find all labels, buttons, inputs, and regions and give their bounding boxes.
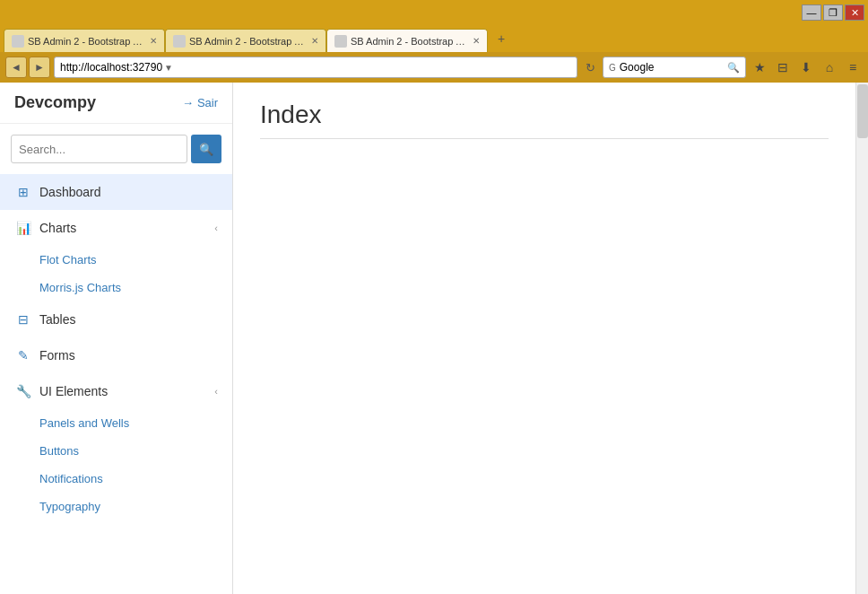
menu-icon[interactable]: ≡ (843, 57, 863, 77)
minimize-button[interactable]: — (802, 4, 821, 21)
download-icon[interactable]: ⬇ (796, 57, 816, 77)
sair-icon: → (182, 96, 194, 109)
sidebar-item-flot-charts[interactable]: Flot Charts (0, 246, 232, 274)
tab-title-3: SB Admin 2 - Bootstrap Ad... (351, 36, 469, 47)
panels-label: Panels and Wells (39, 416, 129, 430)
tab-close-2[interactable]: ✕ (311, 36, 318, 46)
window-controls: — ❐ ✕ (802, 4, 864, 21)
sidebar-item-label-ui-elements: UI Elements (39, 384, 214, 398)
page-divider (260, 138, 829, 139)
tabs-bar: SB Admin 2 - Bootstrap Ad... ✕ SB Admin … (0, 25, 868, 52)
url-text: http://localhost:32790 (60, 61, 162, 74)
restore-button[interactable]: ❐ (823, 4, 843, 21)
sidebar-header: Devcompy → Sair (0, 83, 232, 124)
search-input[interactable] (11, 135, 187, 163)
sidebar-item-charts[interactable]: 📊 Charts ‹ (0, 210, 232, 246)
toolbar-icons: ★ ⊟ ⬇ ⌂ ≡ (750, 57, 863, 77)
search-go-icon[interactable]: 🔍 (727, 62, 740, 74)
bookmark-icon[interactable]: ⊟ (773, 57, 793, 77)
sidebar-item-label-forms: Forms (39, 348, 218, 363)
nav-buttons: ◄ ► (5, 57, 50, 78)
forms-icon: ✎ (14, 346, 32, 364)
browser-tab-3[interactable]: SB Admin 2 - Bootstrap Ad... ✕ (326, 29, 488, 52)
home-icon[interactable]: ⌂ (820, 57, 839, 77)
sidebar-item-panels[interactable]: Panels and Wells (0, 409, 232, 437)
dashboard-icon: ⊞ (14, 183, 32, 201)
morris-charts-label: Morris.js Charts (39, 281, 121, 294)
charts-arrow-icon: ‹ (214, 223, 218, 233)
charts-icon: 📊 (14, 219, 32, 237)
google-icon: G (609, 63, 616, 73)
search-placeholder: Google (620, 61, 655, 74)
flot-charts-label: Flot Charts (39, 253, 97, 266)
sidebar-item-tables[interactable]: ⊟ Tables (0, 301, 232, 337)
main-content: Index (233, 83, 855, 594)
sidebar-item-typography[interactable]: Typography (0, 493, 232, 520)
brand-name: Devcompy (14, 93, 96, 112)
sidebar-nav: ⊞ Dashboard 📊 Charts ‹ Flot Charts Morri… (0, 174, 232, 520)
sidebar-item-buttons[interactable]: Buttons (0, 437, 232, 465)
tab-favicon-2 (173, 35, 186, 48)
browser-tab-1[interactable]: SB Admin 2 - Bootstrap Ad... ✕ (4, 29, 165, 52)
title-bar: — ❐ ✕ (0, 0, 868, 25)
forward-button[interactable]: ► (29, 57, 50, 78)
search-container: 🔍 (0, 124, 232, 174)
sidebar-item-morris-charts[interactable]: Morris.js Charts (0, 274, 232, 301)
tab-title-2: SB Admin 2 - Bootstrap Ad... (189, 36, 308, 47)
sidebar-item-label-tables: Tables (39, 312, 218, 327)
browser-window: — ❐ ✕ SB Admin 2 - Bootstrap Ad... ✕ SB … (0, 0, 868, 83)
back-button[interactable]: ◄ (5, 57, 27, 78)
notifications-label: Notifications (39, 472, 103, 485)
sair-link[interactable]: → Sair (182, 96, 218, 109)
sidebar-item-forms[interactable]: ✎ Forms (0, 337, 232, 373)
tab-title-1: SB Admin 2 - Bootstrap Ad... (28, 36, 146, 47)
buttons-label: Buttons (39, 444, 79, 458)
tables-icon: ⊟ (14, 310, 32, 328)
refresh-button[interactable]: ↻ (581, 58, 599, 76)
tab-close-3[interactable]: ✕ (473, 36, 480, 46)
ui-elements-arrow-icon: ‹ (214, 386, 218, 397)
tab-favicon-1 (12, 35, 24, 48)
sidebar-item-label-dashboard: Dashboard (39, 185, 218, 199)
url-field[interactable]: http://localhost:32790 ▼ (54, 57, 577, 78)
search-button[interactable]: 🔍 (191, 135, 221, 163)
app-container: Devcompy → Sair 🔍 ⊞ Dashboard 📊 Charts (0, 83, 868, 594)
sidebar: Devcompy → Sair 🔍 ⊞ Dashboard 📊 Charts (0, 83, 233, 594)
scrollbar-track[interactable] (855, 83, 868, 594)
sair-label: Sair (197, 96, 218, 109)
sidebar-item-label-charts: Charts (39, 221, 214, 235)
close-button[interactable]: ✕ (845, 4, 864, 21)
browser-tab-2[interactable]: SB Admin 2 - Bootstrap Ad... ✕ (165, 29, 326, 52)
sidebar-item-dashboard[interactable]: ⊞ Dashboard (0, 174, 232, 210)
address-bar: ◄ ► http://localhost:32790 ▼ ↻ G Google … (0, 52, 868, 83)
typography-label: Typography (39, 500, 100, 513)
url-dropdown-icon[interactable]: ▼ (164, 63, 173, 73)
star-icon[interactable]: ★ (750, 57, 769, 77)
browser-search-field[interactable]: G Google 🔍 (603, 57, 746, 78)
page-title: Index (260, 100, 829, 129)
new-tab-button[interactable]: + (491, 29, 511, 48)
sidebar-item-ui-elements[interactable]: 🔧 UI Elements ‹ (0, 373, 232, 409)
scrollbar-thumb[interactable] (857, 84, 868, 138)
tab-favicon-3 (334, 35, 347, 48)
ui-elements-icon: 🔧 (14, 382, 32, 400)
sidebar-item-notifications[interactable]: Notifications (0, 465, 232, 493)
search-button-icon: 🔍 (199, 143, 213, 156)
tab-close-1[interactable]: ✕ (150, 36, 157, 46)
